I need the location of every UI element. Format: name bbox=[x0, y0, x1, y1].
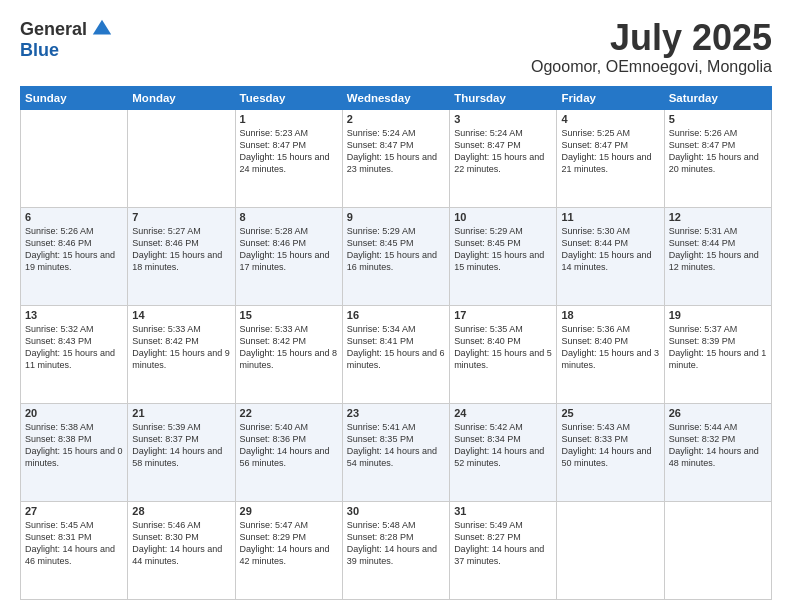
table-row bbox=[557, 501, 664, 599]
day-number: 24 bbox=[454, 407, 552, 419]
day-info: Sunrise: 5:36 AMSunset: 8:40 PMDaylight:… bbox=[561, 323, 659, 372]
table-row bbox=[128, 109, 235, 207]
day-info: Sunrise: 5:28 AMSunset: 8:46 PMDaylight:… bbox=[240, 225, 338, 274]
logo-general-text: General bbox=[20, 19, 87, 40]
calendar-week-row: 1Sunrise: 5:23 AMSunset: 8:47 PMDaylight… bbox=[21, 109, 772, 207]
table-row: 23Sunrise: 5:41 AMSunset: 8:35 PMDayligh… bbox=[342, 403, 449, 501]
day-number: 16 bbox=[347, 309, 445, 321]
day-info: Sunrise: 5:41 AMSunset: 8:35 PMDaylight:… bbox=[347, 421, 445, 470]
day-number: 1 bbox=[240, 113, 338, 125]
table-row: 18Sunrise: 5:36 AMSunset: 8:40 PMDayligh… bbox=[557, 305, 664, 403]
table-row: 1Sunrise: 5:23 AMSunset: 8:47 PMDaylight… bbox=[235, 109, 342, 207]
day-number: 13 bbox=[25, 309, 123, 321]
col-monday: Monday bbox=[128, 86, 235, 109]
table-row: 19Sunrise: 5:37 AMSunset: 8:39 PMDayligh… bbox=[664, 305, 771, 403]
table-row: 14Sunrise: 5:33 AMSunset: 8:42 PMDayligh… bbox=[128, 305, 235, 403]
svg-marker-0 bbox=[93, 20, 111, 35]
day-info: Sunrise: 5:48 AMSunset: 8:28 PMDaylight:… bbox=[347, 519, 445, 568]
day-info: Sunrise: 5:42 AMSunset: 8:34 PMDaylight:… bbox=[454, 421, 552, 470]
day-number: 23 bbox=[347, 407, 445, 419]
day-number: 28 bbox=[132, 505, 230, 517]
day-info: Sunrise: 5:39 AMSunset: 8:37 PMDaylight:… bbox=[132, 421, 230, 470]
day-number: 22 bbox=[240, 407, 338, 419]
day-number: 31 bbox=[454, 505, 552, 517]
day-number: 30 bbox=[347, 505, 445, 517]
day-info: Sunrise: 5:38 AMSunset: 8:38 PMDaylight:… bbox=[25, 421, 123, 470]
day-info: Sunrise: 5:26 AMSunset: 8:46 PMDaylight:… bbox=[25, 225, 123, 274]
col-saturday: Saturday bbox=[664, 86, 771, 109]
day-info: Sunrise: 5:40 AMSunset: 8:36 PMDaylight:… bbox=[240, 421, 338, 470]
day-number: 18 bbox=[561, 309, 659, 321]
day-number: 17 bbox=[454, 309, 552, 321]
table-row bbox=[664, 501, 771, 599]
table-row: 12Sunrise: 5:31 AMSunset: 8:44 PMDayligh… bbox=[664, 207, 771, 305]
day-number: 21 bbox=[132, 407, 230, 419]
day-number: 4 bbox=[561, 113, 659, 125]
day-number: 20 bbox=[25, 407, 123, 419]
header: General Blue July 2025 Ogoomor, OEmnoego… bbox=[20, 18, 772, 76]
day-number: 8 bbox=[240, 211, 338, 223]
table-row: 3Sunrise: 5:24 AMSunset: 8:47 PMDaylight… bbox=[450, 109, 557, 207]
day-number: 7 bbox=[132, 211, 230, 223]
table-row: 15Sunrise: 5:33 AMSunset: 8:42 PMDayligh… bbox=[235, 305, 342, 403]
col-wednesday: Wednesday bbox=[342, 86, 449, 109]
day-info: Sunrise: 5:24 AMSunset: 8:47 PMDaylight:… bbox=[454, 127, 552, 176]
day-info: Sunrise: 5:27 AMSunset: 8:46 PMDaylight:… bbox=[132, 225, 230, 274]
day-info: Sunrise: 5:32 AMSunset: 8:43 PMDaylight:… bbox=[25, 323, 123, 372]
day-number: 26 bbox=[669, 407, 767, 419]
calendar-table: Sunday Monday Tuesday Wednesday Thursday… bbox=[20, 86, 772, 600]
day-info: Sunrise: 5:26 AMSunset: 8:47 PMDaylight:… bbox=[669, 127, 767, 176]
calendar-week-row: 13Sunrise: 5:32 AMSunset: 8:43 PMDayligh… bbox=[21, 305, 772, 403]
table-row: 22Sunrise: 5:40 AMSunset: 8:36 PMDayligh… bbox=[235, 403, 342, 501]
day-number: 3 bbox=[454, 113, 552, 125]
day-info: Sunrise: 5:35 AMSunset: 8:40 PMDaylight:… bbox=[454, 323, 552, 372]
day-number: 12 bbox=[669, 211, 767, 223]
calendar-week-row: 27Sunrise: 5:45 AMSunset: 8:31 PMDayligh… bbox=[21, 501, 772, 599]
day-number: 14 bbox=[132, 309, 230, 321]
table-row: 16Sunrise: 5:34 AMSunset: 8:41 PMDayligh… bbox=[342, 305, 449, 403]
col-thursday: Thursday bbox=[450, 86, 557, 109]
col-sunday: Sunday bbox=[21, 86, 128, 109]
day-number: 11 bbox=[561, 211, 659, 223]
col-tuesday: Tuesday bbox=[235, 86, 342, 109]
day-number: 10 bbox=[454, 211, 552, 223]
table-row bbox=[21, 109, 128, 207]
calendar-header-row: Sunday Monday Tuesday Wednesday Thursday… bbox=[21, 86, 772, 109]
day-info: Sunrise: 5:46 AMSunset: 8:30 PMDaylight:… bbox=[132, 519, 230, 568]
table-row: 17Sunrise: 5:35 AMSunset: 8:40 PMDayligh… bbox=[450, 305, 557, 403]
day-number: 6 bbox=[25, 211, 123, 223]
table-row: 20Sunrise: 5:38 AMSunset: 8:38 PMDayligh… bbox=[21, 403, 128, 501]
table-row: 7Sunrise: 5:27 AMSunset: 8:46 PMDaylight… bbox=[128, 207, 235, 305]
calendar-week-row: 6Sunrise: 5:26 AMSunset: 8:46 PMDaylight… bbox=[21, 207, 772, 305]
day-number: 19 bbox=[669, 309, 767, 321]
table-row: 11Sunrise: 5:30 AMSunset: 8:44 PMDayligh… bbox=[557, 207, 664, 305]
day-info: Sunrise: 5:45 AMSunset: 8:31 PMDaylight:… bbox=[25, 519, 123, 568]
table-row: 13Sunrise: 5:32 AMSunset: 8:43 PMDayligh… bbox=[21, 305, 128, 403]
table-row: 2Sunrise: 5:24 AMSunset: 8:47 PMDaylight… bbox=[342, 109, 449, 207]
day-info: Sunrise: 5:23 AMSunset: 8:47 PMDaylight:… bbox=[240, 127, 338, 176]
table-row: 24Sunrise: 5:42 AMSunset: 8:34 PMDayligh… bbox=[450, 403, 557, 501]
page: General Blue July 2025 Ogoomor, OEmnoego… bbox=[0, 0, 792, 612]
day-number: 9 bbox=[347, 211, 445, 223]
day-info: Sunrise: 5:29 AMSunset: 8:45 PMDaylight:… bbox=[347, 225, 445, 274]
table-row: 27Sunrise: 5:45 AMSunset: 8:31 PMDayligh… bbox=[21, 501, 128, 599]
table-row: 31Sunrise: 5:49 AMSunset: 8:27 PMDayligh… bbox=[450, 501, 557, 599]
calendar-week-row: 20Sunrise: 5:38 AMSunset: 8:38 PMDayligh… bbox=[21, 403, 772, 501]
day-number: 29 bbox=[240, 505, 338, 517]
table-row: 8Sunrise: 5:28 AMSunset: 8:46 PMDaylight… bbox=[235, 207, 342, 305]
day-number: 25 bbox=[561, 407, 659, 419]
table-row: 25Sunrise: 5:43 AMSunset: 8:33 PMDayligh… bbox=[557, 403, 664, 501]
day-info: Sunrise: 5:30 AMSunset: 8:44 PMDaylight:… bbox=[561, 225, 659, 274]
day-info: Sunrise: 5:31 AMSunset: 8:44 PMDaylight:… bbox=[669, 225, 767, 274]
day-info: Sunrise: 5:37 AMSunset: 8:39 PMDaylight:… bbox=[669, 323, 767, 372]
table-row: 29Sunrise: 5:47 AMSunset: 8:29 PMDayligh… bbox=[235, 501, 342, 599]
table-row: 26Sunrise: 5:44 AMSunset: 8:32 PMDayligh… bbox=[664, 403, 771, 501]
day-info: Sunrise: 5:33 AMSunset: 8:42 PMDaylight:… bbox=[132, 323, 230, 372]
day-info: Sunrise: 5:47 AMSunset: 8:29 PMDaylight:… bbox=[240, 519, 338, 568]
logo-icon bbox=[91, 18, 113, 40]
table-row: 6Sunrise: 5:26 AMSunset: 8:46 PMDaylight… bbox=[21, 207, 128, 305]
day-info: Sunrise: 5:29 AMSunset: 8:45 PMDaylight:… bbox=[454, 225, 552, 274]
day-info: Sunrise: 5:49 AMSunset: 8:27 PMDaylight:… bbox=[454, 519, 552, 568]
logo-blue-text: Blue bbox=[20, 40, 59, 61]
month-title: July 2025 bbox=[531, 18, 772, 58]
